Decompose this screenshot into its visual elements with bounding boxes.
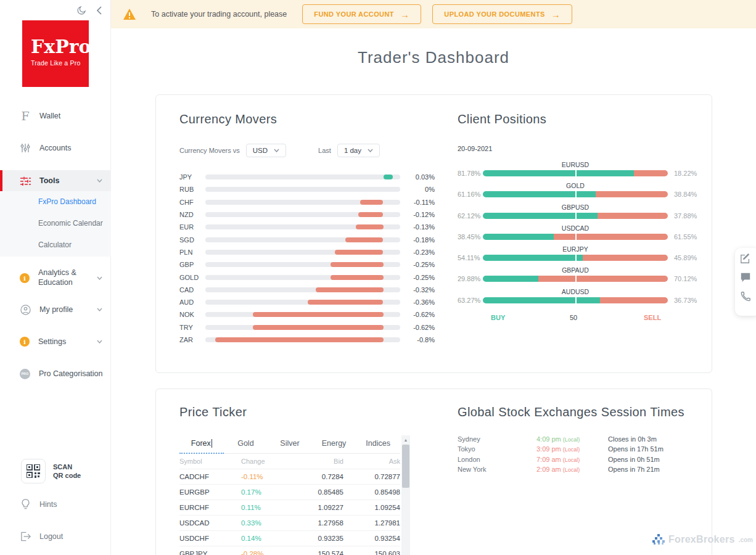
ticker-row[interactable]: USDCAD0.33%1.279581.27981 bbox=[179, 516, 400, 531]
dark-mode-moon-icon[interactable] bbox=[76, 5, 87, 16]
tab-gold[interactable]: Gold bbox=[224, 435, 268, 453]
page-title: Trader's Dashboard bbox=[111, 48, 756, 67]
sidebar-subitem-fxpro-dashboard[interactable]: FxPro Dashboard bbox=[38, 197, 96, 206]
scroll-up-icon[interactable]: ▲ bbox=[401, 435, 410, 444]
ticker-row[interactable]: EURCHF0.11%1.092271.09254 bbox=[179, 500, 400, 516]
mover-value: -0.32% bbox=[400, 286, 435, 294]
chevron-down-icon bbox=[97, 276, 102, 280]
accounts-sliders-icon bbox=[20, 142, 31, 154]
mover-value: -0.62% bbox=[400, 324, 435, 331]
fund-your-account-button[interactable]: FUND YOUR ACCOUNT → bbox=[302, 4, 421, 24]
mover-track bbox=[205, 212, 400, 217]
ticker-ask: 0.85498 bbox=[343, 488, 400, 496]
edit-note-icon[interactable] bbox=[740, 253, 752, 265]
watermark-suffix: .com bbox=[739, 536, 753, 543]
ticker-row[interactable]: GBPJPY-0.28%150.574150.603 bbox=[179, 546, 400, 555]
session-city: Sydney bbox=[458, 435, 536, 443]
session-time: 3:09 pm (Local) bbox=[536, 445, 608, 453]
buy-percent: 62.12% bbox=[458, 212, 483, 220]
client-position-row: USDCAD38.45%61.55% bbox=[458, 224, 699, 245]
sidebar-item-tools[interactable]: Tools bbox=[0, 170, 111, 191]
vs-currency-select[interactable]: USD bbox=[246, 144, 286, 157]
mover-track bbox=[205, 312, 400, 317]
upload-your-documents-button[interactable]: UPLOAD YOUR DOCUMENTS → bbox=[432, 4, 572, 24]
qr-label-line2: QR code bbox=[53, 472, 81, 479]
mover-label: CAD bbox=[179, 286, 205, 294]
ticker-change: 0.14% bbox=[241, 535, 297, 542]
position-symbol: GBPAUD bbox=[483, 266, 668, 274]
sidebar-item-accounts[interactable]: Accounts bbox=[0, 138, 111, 158]
sidebar-item-hints[interactable]: Hints bbox=[0, 494, 111, 515]
tab-silver[interactable]: Silver bbox=[268, 435, 312, 453]
sidebar-subitem-calculator[interactable]: Calculator bbox=[38, 240, 72, 249]
sidebar-item-logout[interactable]: Logout bbox=[0, 526, 111, 547]
sell-percent: 18.22% bbox=[668, 170, 697, 177]
legend-buy: BUY bbox=[491, 314, 505, 321]
sidebar-item-settings[interactable]: i Settings bbox=[0, 331, 111, 352]
ticker-bid: 0.93235 bbox=[297, 535, 343, 542]
mover-bar bbox=[215, 337, 384, 342]
fifty-percent-notch bbox=[575, 255, 577, 261]
sidebar-item-analytics-education[interactable]: i Analytics & Education bbox=[0, 266, 111, 290]
currency-movers-panel: Currency Movers Currency Movers vs USD L… bbox=[179, 112, 435, 346]
position-bar bbox=[483, 191, 668, 197]
period-select[interactable]: 1 day bbox=[337, 144, 380, 157]
position-symbol: EURUSD bbox=[483, 161, 668, 168]
col-symbol: Symbol bbox=[179, 458, 241, 465]
sidebar-item-wallet[interactable]: F Wallet bbox=[0, 105, 111, 126]
currency-mover-row: GBP-0.25% bbox=[179, 258, 435, 271]
mover-label: GOLD bbox=[179, 274, 205, 281]
collapse-sidebar-icon[interactable] bbox=[96, 6, 103, 15]
local-suffix: (Local) bbox=[563, 457, 580, 463]
buy-bar bbox=[483, 191, 596, 197]
sidebar-subitem-economic-calendar[interactable]: Economic Calendar bbox=[38, 219, 103, 228]
sidebar-item-label: Wallet bbox=[39, 112, 60, 120]
mover-label: GBP bbox=[179, 261, 205, 268]
scrollbar-thumb[interactable] bbox=[402, 445, 409, 488]
currency-mover-row: RUB0% bbox=[179, 183, 435, 195]
ticker-change: -0.11% bbox=[241, 473, 297, 480]
sidebar-item-pro-categorisation[interactable]: PRO Pro Categorisation bbox=[0, 363, 111, 384]
sidebar-item-my-profile[interactable]: My profile bbox=[0, 299, 111, 320]
legend-mid: 50 bbox=[570, 314, 577, 321]
phone-icon[interactable] bbox=[740, 291, 752, 303]
currency-mover-row: NOK-0.62% bbox=[179, 308, 435, 321]
floating-contact-panel bbox=[735, 248, 756, 316]
ticker-row[interactable]: EURGBP0.17%0.854850.85498 bbox=[179, 485, 400, 500]
mover-track bbox=[205, 337, 400, 342]
fifty-percent-notch bbox=[575, 170, 577, 176]
mover-label: TRY bbox=[179, 324, 205, 331]
table-scrollbar[interactable]: ▲ ▼ bbox=[401, 435, 410, 555]
mover-track bbox=[205, 275, 400, 280]
chevron-down-icon bbox=[97, 340, 102, 343]
fxpro-logo[interactable]: FxPro Trade Like a Pro bbox=[22, 20, 89, 87]
buy-bar bbox=[483, 170, 634, 176]
client-position-row: EURUSD81.78%18.22% bbox=[458, 161, 699, 182]
sidebar: FxPro Trade Like a Pro F Wallet Accounts… bbox=[0, 0, 111, 555]
forexbrokers-watermark: ForexBrokers .com bbox=[652, 534, 753, 545]
mover-label: AUD bbox=[179, 298, 205, 306]
fifty-percent-notch bbox=[575, 234, 577, 240]
tab-energy[interactable]: Energy bbox=[312, 435, 356, 453]
mover-bar bbox=[384, 175, 393, 179]
ticker-ask: 1.09254 bbox=[343, 504, 400, 511]
tab-forex[interactable]: Forex bbox=[179, 435, 224, 454]
mover-value: -0.25% bbox=[400, 274, 435, 281]
ticker-row[interactable]: CADCHF-0.11%0.72840.72877 bbox=[179, 469, 400, 485]
position-bar bbox=[483, 234, 668, 240]
chevron-down-icon bbox=[97, 308, 102, 311]
sell-bar bbox=[538, 276, 668, 282]
sell-bar bbox=[583, 255, 668, 261]
scan-qr-code[interactable]: SCAN QR code bbox=[21, 459, 81, 483]
logo-title: FxPro bbox=[31, 38, 81, 56]
ticker-row[interactable]: USDCHF0.14%0.932350.93254 bbox=[179, 531, 400, 546]
sell-bar bbox=[600, 297, 668, 303]
ticker-bid: 0.7284 bbox=[297, 473, 343, 480]
mover-track bbox=[205, 325, 400, 330]
ticker-symbol: EURGBP bbox=[179, 488, 241, 496]
tab-indices[interactable]: Indices bbox=[356, 435, 400, 453]
session-city: New York bbox=[458, 466, 536, 473]
profile-person-icon bbox=[20, 304, 31, 315]
logout-icon bbox=[20, 531, 31, 542]
chat-icon[interactable] bbox=[740, 272, 752, 284]
